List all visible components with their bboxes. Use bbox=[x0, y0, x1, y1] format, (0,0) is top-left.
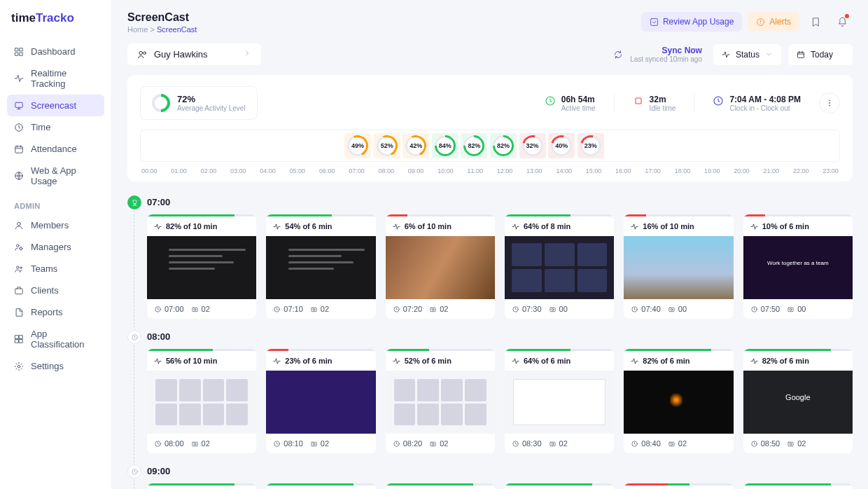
camera-icon bbox=[310, 305, 318, 313]
svg-rect-4 bbox=[15, 102, 23, 107]
notification-bell-icon[interactable] bbox=[832, 11, 853, 32]
timeline-cell[interactable]: 52% bbox=[374, 133, 400, 158]
screenshot-card[interactable]: 52% of 6 min08:2002 bbox=[386, 349, 495, 453]
sidebar-item-teams[interactable]: Teams bbox=[7, 258, 104, 280]
screenshot-card[interactable]: 64% of 6 min08:3002 bbox=[505, 349, 614, 453]
activity-icon bbox=[393, 223, 400, 230]
screenshot-card[interactable]: 54% of 6 min07:1002 bbox=[266, 214, 375, 319]
camera-icon bbox=[191, 305, 199, 313]
hour-badge bbox=[127, 330, 141, 344]
screenshot-card[interactable]: 82% of 6 min09:3002 bbox=[505, 483, 614, 489]
average-activity-box: 72% Average Activity Level bbox=[140, 86, 258, 120]
clock-icon bbox=[545, 95, 556, 106]
svg-rect-19 bbox=[651, 18, 658, 25]
svg-point-41 bbox=[552, 308, 554, 310]
bookmark-icon[interactable] bbox=[805, 11, 826, 32]
timeline-cell[interactable]: 32% bbox=[519, 133, 546, 158]
timeline-cell[interactable]: 42% bbox=[402, 133, 429, 158]
svg-rect-46 bbox=[788, 308, 793, 312]
date-selector[interactable]: Today bbox=[788, 44, 853, 65]
hour-label: 09:00 bbox=[147, 466, 170, 476]
screenshot-card[interactable]: 82% of 6 min09:1002 bbox=[266, 483, 375, 489]
screenshot-card[interactable]: 82% of 6 min08:5002 bbox=[743, 349, 853, 453]
screenshot-card[interactable]: 23% of 6 min08:1002 bbox=[266, 349, 375, 453]
screenshot-card[interactable]: 56% of 10 min08:0002 bbox=[147, 349, 256, 453]
screenshot-card[interactable]: 10% of 6 min07:5000 bbox=[743, 214, 853, 319]
clock-icon bbox=[273, 305, 281, 313]
activity-icon bbox=[393, 357, 400, 365]
screenshot-card[interactable]: 6% of 10 min07:2002 bbox=[386, 214, 495, 319]
clock-icon bbox=[631, 440, 638, 448]
calendar-icon bbox=[797, 50, 805, 59]
timeline-cell[interactable]: 82% bbox=[490, 133, 517, 158]
camera-icon bbox=[429, 305, 437, 313]
camera-icon bbox=[668, 305, 676, 313]
screenshot-card[interactable]: 64%% of 6 min09:4002 bbox=[624, 483, 733, 489]
sidebar-item-clients[interactable]: Clients bbox=[7, 280, 104, 301]
svg-point-66 bbox=[790, 443, 792, 445]
sync-status[interactable]: Sync Now Last synced 10min ago bbox=[630, 46, 702, 63]
svg-rect-3 bbox=[20, 53, 22, 55]
svg-rect-53 bbox=[312, 442, 316, 446]
screenshot-card[interactable]: 82% of 6 min09:2002 bbox=[386, 483, 495, 489]
activity-icon bbox=[512, 223, 519, 230]
screenshot-card[interactable]: 82% of 10 min07:0002 bbox=[147, 214, 256, 319]
clock-in-out-stat: 7:04 AM - 4:08 PMClock in - Clock out bbox=[713, 95, 801, 112]
sidebar-item-realtime-tracking[interactable]: Realtime Tracking bbox=[7, 62, 104, 95]
activity-icon bbox=[512, 357, 519, 365]
toolbar: Guy Hawkins Sync Now Last synced 10min a… bbox=[127, 43, 853, 65]
breadcrumb-home[interactable]: Home bbox=[127, 25, 148, 34]
dots-vertical-icon bbox=[825, 98, 834, 108]
alerts-button[interactable]: Alerts bbox=[748, 12, 799, 32]
svg-point-27 bbox=[829, 100, 830, 101]
clock-icon bbox=[154, 440, 162, 448]
svg-rect-31 bbox=[192, 308, 197, 312]
sidebar-item-time[interactable]: Time bbox=[7, 116, 104, 138]
hour-badge bbox=[127, 464, 141, 478]
activity-icon bbox=[154, 223, 162, 230]
stop-icon bbox=[633, 95, 644, 106]
svg-point-21 bbox=[139, 51, 143, 55]
sidebar-item-attendance[interactable]: Attendance bbox=[7, 138, 104, 160]
hour-label: 07:00 bbox=[147, 197, 170, 207]
svg-point-12 bbox=[20, 267, 22, 268]
sidebar-item-managers[interactable]: Managers bbox=[7, 236, 104, 258]
svg-rect-13 bbox=[15, 289, 23, 294]
clock-icon bbox=[273, 440, 281, 448]
svg-rect-65 bbox=[788, 442, 793, 446]
screenshot-card[interactable]: 16% of 10 min07:4000 bbox=[624, 214, 733, 319]
screenshot-card[interactable]: 82% of 6 min08:4002 bbox=[624, 349, 733, 453]
svg-rect-17 bbox=[20, 340, 23, 343]
sidebar-item-screencast[interactable]: Screencast bbox=[7, 95, 104, 116]
hour-label: 08:00 bbox=[147, 331, 170, 342]
hour-section: 09:0082% of 10 min09:000282% of 6 min09:… bbox=[127, 466, 853, 489]
timeline-cell[interactable]: 82% bbox=[461, 133, 487, 158]
clock-icon bbox=[631, 305, 638, 313]
timeline-cell[interactable]: 40% bbox=[548, 133, 575, 158]
activity-icon bbox=[750, 223, 758, 230]
more-options-button[interactable] bbox=[819, 92, 840, 113]
svg-point-11 bbox=[17, 266, 20, 268]
activity-icon bbox=[722, 50, 730, 59]
svg-rect-59 bbox=[550, 442, 554, 446]
sidebar-item-dashboard[interactable]: Dashboard bbox=[7, 41, 104, 62]
screenshot-card[interactable]: 82% of 6 min09:5002 bbox=[743, 483, 853, 489]
sidebar-item-reports[interactable]: Reports bbox=[7, 301, 104, 323]
status-dropdown[interactable]: Status bbox=[713, 44, 781, 65]
screenshot-card[interactable]: 64% of 8 min07:3000 bbox=[505, 214, 614, 319]
timeline-cell[interactable]: 84% bbox=[432, 133, 458, 158]
sidebar: timeTracko DashboardRealtime TrackingScr… bbox=[0, 0, 112, 489]
sidebar-item-web-app-usage[interactable]: Web & App Usage bbox=[7, 160, 104, 192]
timeline-cell[interactable]: 23% bbox=[578, 133, 604, 158]
sidebar-item-app-classification[interactable]: App Classification bbox=[7, 323, 104, 355]
user-selector[interactable]: Guy Hawkins bbox=[127, 43, 261, 65]
review-app-usage-button[interactable]: Review App Usage bbox=[641, 12, 742, 32]
sidebar-item-members[interactable]: Members bbox=[7, 214, 104, 236]
clock-icon bbox=[154, 305, 162, 313]
screenshot-card[interactable]: 82% of 10 min09:0002 bbox=[147, 483, 256, 489]
clock-icon bbox=[750, 305, 758, 313]
timeline-cell[interactable]: 49% bbox=[344, 133, 371, 158]
svg-point-9 bbox=[17, 244, 20, 247]
svg-rect-50 bbox=[192, 442, 197, 446]
sidebar-item-settings[interactable]: Settings bbox=[7, 355, 104, 377]
